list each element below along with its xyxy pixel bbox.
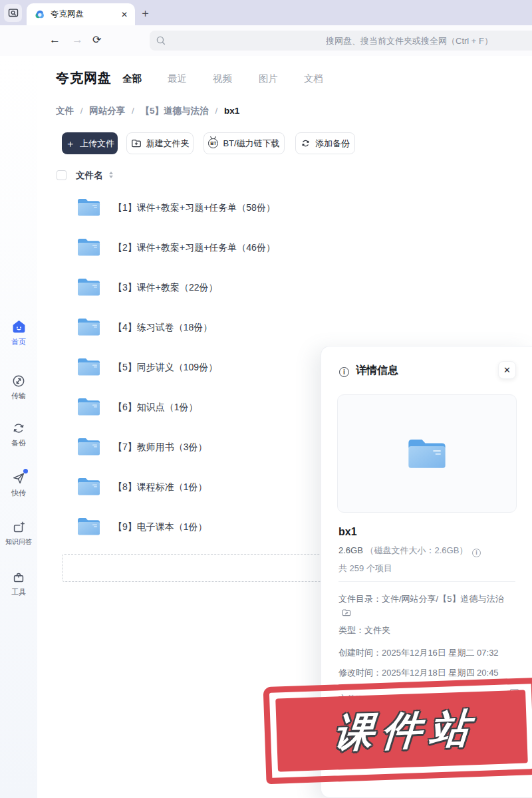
- search-input[interactable]: [150, 31, 532, 51]
- breadcrumb: 文件 / 网站分享 / 【5】道德与法治 / bx1: [56, 105, 239, 117]
- breadcrumb-separator: /: [215, 106, 217, 116]
- folder-preview: [337, 394, 517, 513]
- folder-icon: [76, 476, 101, 497]
- directory-label: 文件目录：: [338, 594, 382, 604]
- close-icon: ✕: [503, 365, 511, 375]
- bt-icon: BT: [208, 138, 218, 148]
- browser-tab[interactable]: 夸克网盘 ✕: [27, 3, 135, 25]
- backup-sync-icon: [11, 420, 27, 436]
- browser-nav-bar: ← → ⟳: [0, 25, 532, 56]
- tab-video[interactable]: 视频: [213, 72, 232, 85]
- tab-image[interactable]: 图片: [259, 72, 278, 85]
- folder-icon: [76, 436, 101, 457]
- folder-icon: [76, 516, 101, 537]
- folder-name[interactable]: 【7】教师用书（3份）: [113, 442, 207, 454]
- folder-row-3[interactable]: 【3】课件+教案（22份）: [37, 268, 317, 308]
- folder-row-9[interactable]: 【9】电子课本（1份）: [37, 507, 317, 547]
- sidebar-item-backup[interactable]: 备份: [0, 420, 37, 448]
- breadcrumb-current: bx1: [224, 106, 239, 116]
- type-value: 文件夹: [364, 625, 390, 635]
- folder-row-8[interactable]: 【8】课程标准（1份）: [37, 467, 317, 507]
- folder-name[interactable]: 【2】课件+教案+习题+任务单（46份）: [113, 242, 275, 254]
- folder-name[interactable]: 【6】知识点（1份）: [113, 402, 198, 414]
- search-bar[interactable]: [150, 31, 532, 51]
- breadcrumb-files[interactable]: 文件: [56, 106, 74, 116]
- bt-download-label: BT/磁力链下载: [223, 138, 279, 150]
- refresh-icon[interactable]: ⟳: [92, 33, 101, 47]
- folder-row-7[interactable]: 【7】教师用书（3份）: [37, 428, 317, 467]
- tab-search-button[interactable]: [4, 4, 22, 22]
- size-info-icon[interactable]: i: [472, 549, 481, 557]
- upload-button-label: 上传文件: [80, 138, 114, 150]
- new-tab-button[interactable]: ＋: [140, 5, 151, 21]
- folder-name[interactable]: 【9】电子课本（1份）: [113, 521, 207, 533]
- tab-document[interactable]: 文档: [304, 72, 323, 85]
- window-search-icon: [8, 8, 19, 18]
- folder-row-1[interactable]: 【1】课件+教案+习题+任务单（58份）: [37, 188, 317, 228]
- folder-name[interactable]: 【1】课件+教案+习题+任务单（58份）: [113, 202, 275, 214]
- details-created: 创建时间：2025年12月16日 星期二 07:32: [338, 647, 499, 659]
- details-divider: [338, 581, 515, 582]
- plus-icon: ＋: [65, 138, 75, 148]
- folder-icon: [76, 396, 101, 417]
- folder-name[interactable]: 【3】课件+教案（22份）: [113, 282, 218, 294]
- open-directory-icon[interactable]: [342, 608, 352, 617]
- new-folder-icon: [131, 138, 142, 148]
- breadcrumb-subject[interactable]: 【5】道德与法治: [141, 106, 209, 116]
- stamp-text: 课件站: [324, 701, 479, 760]
- folder-icon: [76, 356, 101, 377]
- upload-button[interactable]: ＋ 上传文件: [62, 132, 118, 154]
- info-icon: i: [339, 367, 349, 377]
- folder-icon: [76, 277, 101, 297]
- tab-recent[interactable]: 最近: [168, 72, 187, 85]
- column-header-filename[interactable]: 文件名: [76, 170, 103, 182]
- folder-row-2[interactable]: 【2】课件+教案+习题+任务单（46份）: [37, 228, 317, 268]
- details-type: 类型：文件夹: [338, 624, 390, 636]
- toolbox-icon: [11, 569, 27, 585]
- sidebar-label-backup: 备份: [11, 438, 26, 448]
- modified-label: 修改时间：: [338, 668, 382, 678]
- forward-icon[interactable]: →: [72, 33, 83, 47]
- sort-icon[interactable]: [109, 172, 113, 178]
- sidebar-item-transfer[interactable]: 传输: [0, 373, 37, 401]
- details-modified: 修改时间：2025年12月18日 星期四 20:45: [338, 667, 499, 679]
- bt-download-button[interactable]: BT BT/磁力链下载: [203, 132, 285, 154]
- folder-name[interactable]: 【4】练习试卷（18份）: [113, 322, 212, 334]
- folder-row-4[interactable]: 【4】练习试卷（18份）: [37, 308, 317, 348]
- select-all-checkbox[interactable]: [57, 170, 66, 180]
- breadcrumb-share[interactable]: 网站分享: [89, 106, 125, 116]
- sidebar-label-knowledge-qa: 知识问答: [5, 537, 32, 547]
- backup-icon: [301, 138, 311, 148]
- back-icon[interactable]: ←: [49, 33, 61, 47]
- quark-logo-icon: [34, 9, 45, 20]
- folder-icon: [76, 197, 101, 217]
- size-detail: （磁盘文件大小：2.6GB）: [365, 545, 467, 555]
- tab-all[interactable]: 全部: [122, 72, 142, 85]
- tab-close-icon[interactable]: ✕: [121, 10, 128, 19]
- folder-name[interactable]: 【8】课程标准（1份）: [113, 481, 207, 493]
- details-folder-name: bx1: [338, 526, 357, 538]
- add-backup-button[interactable]: 添加备份: [295, 132, 355, 154]
- details-size: 2.6GB （磁盘文件大小：2.6GB） i: [338, 545, 481, 557]
- new-folder-button[interactable]: 新建文件夹: [126, 132, 194, 154]
- sidebar: 首页 传输 备份 快传: [0, 56, 37, 798]
- sidebar-item-tools[interactable]: 工具: [0, 569, 37, 597]
- close-details-button[interactable]: ✕: [498, 361, 516, 379]
- folder-row-5[interactable]: 【5】同步讲义（109份）: [37, 348, 317, 388]
- folder-name[interactable]: 【5】同步讲义（109份）: [113, 362, 217, 374]
- sidebar-item-quick-send[interactable]: 快传: [0, 470, 37, 498]
- folder-icon: [76, 237, 101, 257]
- tab-title: 夸克网盘: [51, 9, 121, 20]
- directory-value: 文件/网站分享/【5】道德与法治: [382, 594, 503, 604]
- notification-dot: [23, 469, 28, 473]
- folder-icon: [76, 317, 101, 337]
- sidebar-item-home[interactable]: 首页: [0, 319, 37, 347]
- browser-top-bar: 夸克网盘 ✕ ＋: [0, 0, 532, 25]
- sidebar-label-home: 首页: [11, 337, 26, 347]
- folder-row-6[interactable]: 【6】知识点（1份）: [37, 388, 317, 428]
- new-folder-label: 新建文件夹: [146, 138, 190, 150]
- sidebar-item-knowledge-qa[interactable]: 知识问答: [0, 519, 37, 547]
- page-title: 夸克网盘: [56, 69, 112, 87]
- type-label: 类型：: [338, 625, 364, 635]
- breadcrumb-separator: /: [80, 106, 83, 116]
